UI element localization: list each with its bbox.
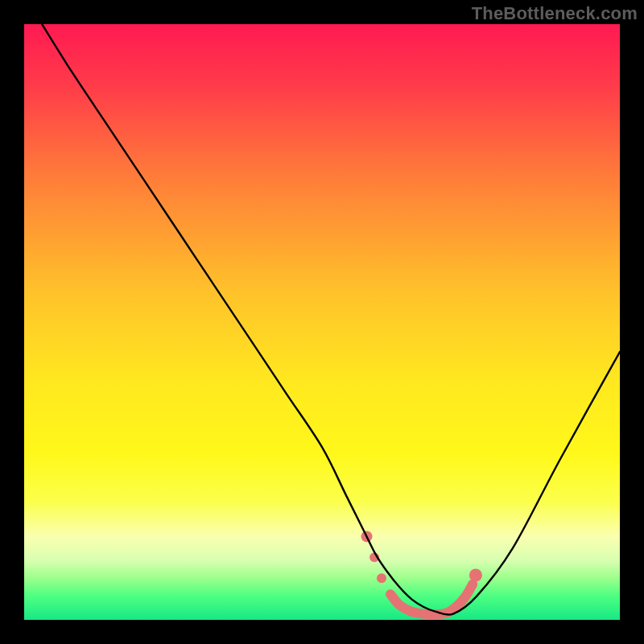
highlight-dot — [377, 573, 386, 583]
bottleneck-curve — [42, 24, 620, 615]
optimal-range-highlight — [361, 530, 482, 614]
highlight-end-dot — [469, 569, 482, 582]
watermark-text: TheBottleneck.com — [472, 3, 638, 24]
canvas-frame: TheBottleneck.com — [0, 0, 644, 644]
plot-area — [24, 24, 620, 620]
chart-svg — [24, 24, 620, 620]
